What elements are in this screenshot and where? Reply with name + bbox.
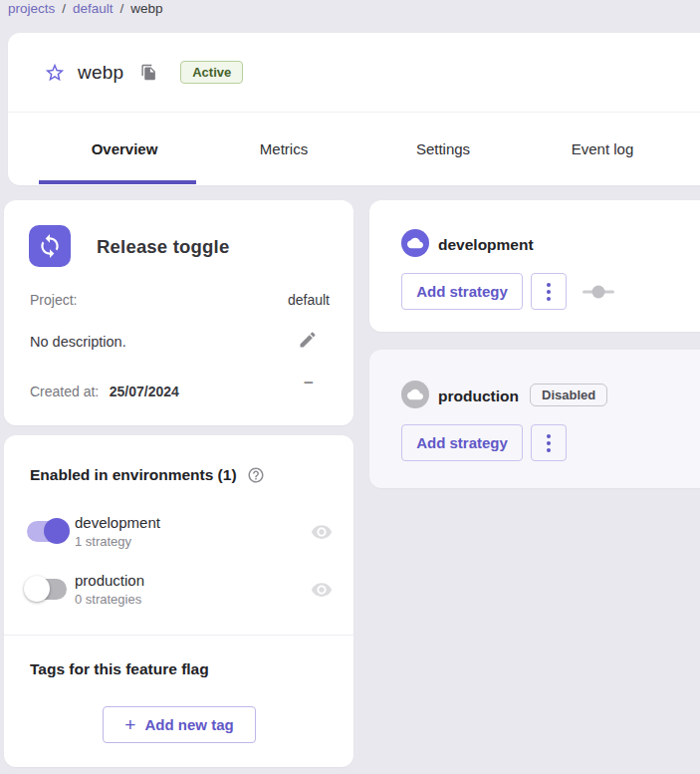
created-at-row: Created at: 25/07/2024 [30,383,179,400]
cloud-environment-icon [401,229,429,257]
project-label: Project: [30,292,77,308]
created-at-label: Created at: [30,384,99,399]
environments-title: Enabled in environments (1) [30,466,237,484]
environment-name: development [75,514,160,531]
tab-bar: Overview Metrics Settings Event log [8,113,700,184]
active-tab-indicator [39,180,196,184]
collapse-minus-icon[interactable]: − [304,374,314,393]
page-title: webp [78,62,123,84]
edit-description-pencil-icon[interactable] [298,330,318,350]
breadcrumb-separator: / [62,1,66,16]
environment-panel-name: development [438,236,534,254]
add-new-tag-button[interactable]: + Add new tag [103,706,256,743]
section-divider [4,635,353,636]
release-toggle-loop-icon [29,225,71,267]
add-strategy-button[interactable]: Add strategy [401,273,523,310]
visibility-eye-icon[interactable] [311,521,333,543]
description-text: No description. [30,334,126,350]
project-value: default [288,292,330,308]
development-environment-panel: development Add strategy [369,200,700,332]
cloud-environment-icon [401,381,429,408]
disabled-badge: Disabled [530,384,607,406]
tab-overview[interactable]: Overview [45,113,204,184]
breadcrumb: projects / default / webp [8,1,163,16]
strategy-node-icon [583,285,614,303]
environment-panel-name: production [438,387,519,405]
copy-icon[interactable] [140,63,157,82]
tab-event-log[interactable]: Event log [523,113,682,184]
production-toggle[interactable] [27,579,67,600]
more-options-kebab-icon[interactable] [531,273,567,310]
more-options-kebab-icon[interactable] [531,424,567,461]
environment-strategy-count: 1 strategy [75,534,131,549]
environment-strategy-count: 0 strategies [75,592,141,607]
add-new-tag-label: Add new tag [144,716,233,733]
feature-details-card: Release toggle Project: default No descr… [4,200,353,425]
breadcrumb-link-default[interactable]: default [73,1,114,16]
visibility-eye-icon[interactable] [311,579,333,601]
feature-title-row: webp Active [8,33,700,113]
production-environment-panel: production Disabled Add strategy [369,350,700,488]
environment-name: production [75,572,144,589]
feature-header-card: webp Active Overview Metrics Settings Ev… [8,33,700,185]
breadcrumb-link-projects[interactable]: projects [8,1,55,16]
add-strategy-button[interactable]: Add strategy [401,424,523,461]
toggle-knob [24,576,50,602]
tab-settings[interactable]: Settings [363,113,523,184]
tab-metrics[interactable]: Metrics [204,113,363,184]
development-toggle[interactable] [27,521,67,542]
help-icon[interactable] [247,466,265,484]
plus-icon: + [124,715,135,734]
status-badge: Active [180,61,243,84]
favorite-star-icon[interactable] [44,62,66,84]
environments-card-title-row: Enabled in environments (1) [30,466,265,484]
breadcrumb-current: webp [130,1,162,16]
created-at-value: 25/07/2024 [110,384,179,399]
tags-section-title: Tags for this feature flag [30,660,209,678]
toggle-knob [44,518,70,544]
feature-type-label: Release toggle [97,236,229,258]
breadcrumb-separator: / [120,1,124,16]
environments-card: Enabled in environments (1) development … [4,435,353,767]
